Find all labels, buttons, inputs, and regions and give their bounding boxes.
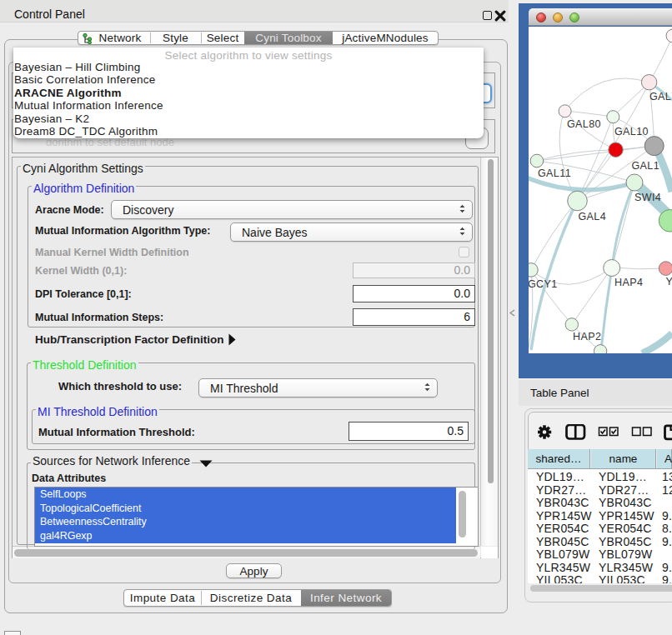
svg-text:GAL10: GAL10 bbox=[614, 126, 649, 138]
svg-text:HAP2: HAP2 bbox=[573, 331, 601, 342]
svg-text:GAL4: GAL4 bbox=[579, 211, 607, 222]
svg-text:GAL80: GAL80 bbox=[567, 118, 601, 130]
svg-text:GAL7: GAL7 bbox=[649, 91, 672, 102]
svg-text:SWI4: SWI4 bbox=[634, 192, 661, 203]
svg-text:Y: Y bbox=[666, 276, 672, 288]
svg-text:GCY1: GCY1 bbox=[529, 278, 558, 290]
svg-text:GAL1: GAL1 bbox=[632, 160, 660, 172]
svg-text:GAL11: GAL11 bbox=[538, 168, 571, 179]
svg-text:HAP4: HAP4 bbox=[614, 277, 643, 288]
